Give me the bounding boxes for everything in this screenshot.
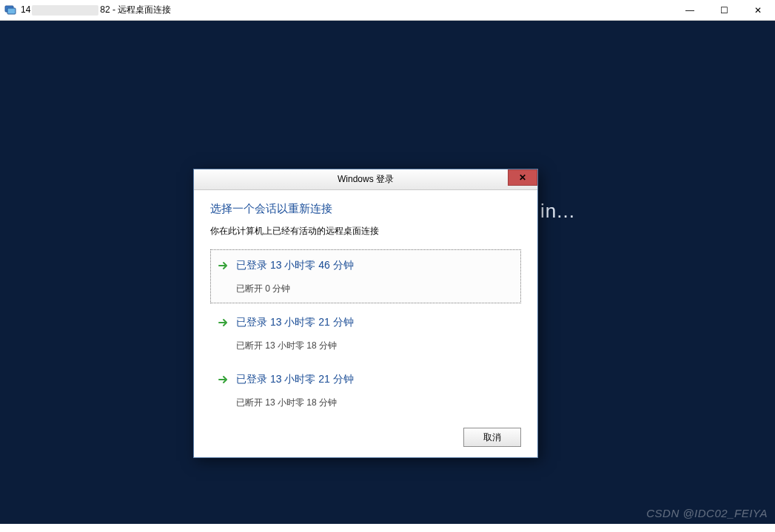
- outer-window-titlebar: 1482 - 远程桌面连接 — ☐ ✕: [0, 0, 775, 21]
- maximize-button[interactable]: ☐: [707, 0, 741, 21]
- session-item[interactable]: 已登录 13 小时零 46 分钟 已断开 0 分钟: [210, 249, 521, 303]
- session-title: 已登录 13 小时零 21 分钟: [236, 373, 354, 386]
- minimize-button[interactable]: —: [673, 0, 707, 21]
- redacted-ip: [32, 5, 98, 16]
- rdp-app-icon: [4, 4, 16, 16]
- dialog-title: Windows 登录: [338, 173, 394, 186]
- arrow-right-icon: [218, 374, 229, 385]
- dialog-close-button[interactable]: ✕: [508, 169, 537, 186]
- windows-login-dialog: Windows 登录 ✕ 选择一个会话以重新连接 你在此计算机上已经有活动的远程…: [193, 169, 538, 458]
- close-icon: ✕: [519, 172, 526, 183]
- dialog-heading: 选择一个会话以重新连接: [210, 202, 521, 216]
- session-title: 已登录 13 小时零 21 分钟: [236, 316, 354, 329]
- close-button[interactable]: ✕: [741, 0, 775, 21]
- cancel-label: 取消: [483, 431, 501, 444]
- session-list: 已登录 13 小时零 46 分钟 已断开 0 分钟 已登录 13 小时零 21 …: [210, 249, 521, 417]
- background-signin-text: in...: [540, 200, 575, 223]
- arrow-right-icon: [218, 317, 229, 328]
- session-detail: 已断开 0 分钟: [236, 283, 513, 295]
- window-title: 1482 - 远程桌面连接: [21, 4, 171, 16]
- arrow-right-icon: [218, 260, 229, 271]
- session-item[interactable]: 已登录 13 小时零 21 分钟 已断开 13 小时零 18 分钟: [210, 363, 521, 417]
- dialog-titlebar[interactable]: Windows 登录 ✕: [194, 169, 537, 190]
- session-detail: 已断开 13 小时零 18 分钟: [236, 397, 513, 409]
- session-title: 已登录 13 小时零 46 分钟: [236, 259, 354, 272]
- svg-rect-1: [7, 8, 16, 14]
- watermark-text: CSDN @IDC02_FEIYA: [646, 507, 768, 519]
- session-detail: 已断开 13 小时零 18 分钟: [236, 340, 513, 352]
- cancel-button[interactable]: 取消: [463, 428, 521, 447]
- dialog-subtext: 你在此计算机上已经有活动的远程桌面连接: [210, 225, 521, 238]
- session-item[interactable]: 已登录 13 小时零 21 分钟 已断开 13 小时零 18 分钟: [210, 306, 521, 360]
- remote-desktop-area: in... Windows 登录 ✕ 选择一个会话以重新连接 你在此计算机上已经…: [0, 21, 775, 524]
